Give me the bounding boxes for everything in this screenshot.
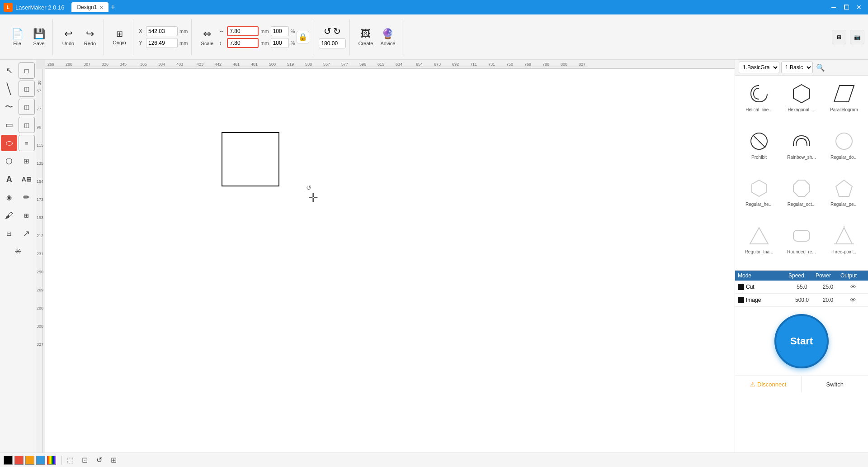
shape-item-regular-oct[interactable]: Regular_oct... [781, 174, 822, 219]
rect2-tool[interactable]: ◫ [19, 117, 35, 133]
polygon-tool[interactable]: ⬡ [1, 153, 17, 169]
canvas[interactable]: ✛ ↺ [45, 69, 735, 453]
copy-line-tool[interactable]: ◫ [19, 81, 35, 97]
paint-tool[interactable]: 🖌 [1, 207, 17, 224]
color-black[interactable] [4, 456, 13, 465]
switch-button[interactable]: Switch [802, 376, 868, 392]
y-input[interactable] [146, 38, 178, 48]
undo-button[interactable]: ↩ Undo [58, 26, 78, 48]
disconnect-button[interactable]: ⚠ Disconnect [735, 376, 802, 392]
height-pct-input[interactable] [271, 38, 289, 48]
add-tab-button[interactable]: + [110, 3, 115, 11]
color-blue[interactable] [36, 456, 45, 465]
select-tool[interactable]: ↖ [1, 62, 17, 79]
minimize-button[interactable]: ─ [828, 2, 839, 13]
arrow-tool[interactable]: ↗ [19, 225, 35, 242]
save-button[interactable]: 💾 Save [29, 26, 49, 48]
output-col-header: Output [840, 272, 865, 279]
width-input[interactable] [227, 26, 259, 36]
tool-pair-burst: ✳ [1, 243, 35, 261]
ellipse2-tool[interactable]: ≡ [19, 135, 35, 151]
x-input[interactable] [146, 26, 178, 36]
canvas-area[interactable]: 269 288 307 326 345 365 384 403 423 442 … [36, 60, 735, 453]
save-icon: 💾 [33, 28, 45, 40]
regular-do-shape-label: Regular_do... [830, 155, 858, 160]
svg-text:481: 481 [251, 62, 258, 67]
shape-item-rounded-re[interactable]: Rounded_re... [781, 221, 822, 267]
svg-text:711: 711 [470, 62, 477, 67]
file-group: 📄 File 💾 Save [4, 19, 53, 55]
shape-item-regular-pe[interactable]: Regular_pe... [824, 174, 864, 219]
erase-tool[interactable]: ◉ [1, 189, 17, 205]
scale-button[interactable]: ⇔ Scale [197, 26, 217, 48]
image-visibility-button[interactable]: 👁 [840, 296, 865, 304]
redo-button[interactable]: ↪ Redo [80, 26, 100, 48]
undo-select-tool[interactable]: ↺ [93, 454, 105, 467]
shape-item-hexagonal[interactable]: Hexagonal_... [781, 79, 822, 125]
line-tool[interactable]: ╱ [0, 77, 21, 100]
mode-row-cut[interactable]: Cut 55.0 25.0 👁 [735, 281, 868, 294]
shapes-search-button[interactable]: 🔍 [815, 62, 826, 73]
color-orange[interactable] [25, 456, 34, 465]
node-tool[interactable]: ◻ [19, 62, 35, 79]
shape-item-regular-tria[interactable]: Regular_tria... [739, 221, 779, 267]
svg-text:308: 308 [37, 324, 43, 329]
svg-text:307: 307 [84, 62, 90, 67]
shape-item-three-point[interactable]: Three-point... [824, 221, 864, 267]
advice-button[interactable]: 🔮 Advice [377, 26, 398, 48]
view-mode-button[interactable]: ⊞ [832, 30, 846, 44]
text2-tool[interactable]: A⊞ [19, 171, 35, 187]
hexagonal-shape-icon [790, 82, 813, 105]
free-select-tool[interactable]: ⊡ [78, 454, 91, 467]
shape-item-helical[interactable]: Helical_line... [739, 79, 779, 125]
grid-tool[interactable]: ⊞ [19, 153, 35, 169]
tab-design1[interactable]: Design1 ✕ [71, 2, 108, 12]
shape-item-regular-do[interactable]: Regular_do... [824, 127, 864, 172]
redo-label: Redo [84, 41, 96, 46]
x-row: X mm [139, 26, 188, 36]
cut-visibility-button[interactable]: 👁 [840, 283, 865, 291]
height-input[interactable] [227, 38, 259, 48]
curve2-tool[interactable]: ◫ [19, 99, 35, 115]
maximize-button[interactable]: ⧠ [841, 2, 852, 13]
canvas-shape[interactable] [222, 132, 279, 186]
shape-item-parallelogram[interactable]: Parallelogram [824, 79, 864, 125]
camera-button[interactable]: 📷 [850, 30, 864, 44]
lock-button[interactable]: 🔒 [297, 31, 309, 43]
origin-button[interactable]: ⊞ Origin [109, 27, 129, 47]
width-pct-input[interactable] [271, 26, 289, 36]
move-cursor-icon[interactable]: ✛ [308, 191, 318, 205]
close-window-button[interactable]: ✕ [854, 2, 864, 13]
rotate-handle-icon[interactable]: ↺ [306, 184, 311, 191]
shape-item-regular-he[interactable]: Regular_he... [739, 174, 779, 219]
grid-view-tool[interactable]: ⊞ [107, 454, 120, 467]
file-button[interactable]: 📄 File [7, 26, 27, 48]
ellipse-tool[interactable]: ⬭ [1, 135, 17, 151]
svg-text:154: 154 [37, 179, 43, 184]
layers2-tool[interactable]: ⊞ [19, 207, 35, 224]
tool-pair-table: ⊟ ↗ [1, 224, 35, 243]
rotate-left-button[interactable]: ↺ [324, 26, 331, 37]
prohibit-shape-icon [747, 129, 771, 153]
shape-item-prohibit[interactable]: Prohibit [739, 127, 779, 172]
mode-row-image[interactable]: Image 500.0 20.0 👁 [735, 294, 868, 307]
shape-item-rainbow[interactable]: Rainbow_sh... [781, 127, 822, 172]
text-tool[interactable]: A [1, 171, 17, 187]
color-gradient[interactable] [47, 456, 56, 465]
burst-tool[interactable]: ✳ [10, 243, 26, 260]
rect-select-tool[interactable]: ⬚ [64, 454, 76, 467]
category1-selector[interactable]: 1.BasicGra [739, 62, 779, 73]
color-red[interactable] [14, 456, 24, 465]
rotate-right-button[interactable]: ↻ [333, 26, 341, 37]
create-button[interactable]: 🖼 Create [355, 26, 376, 48]
table-tool[interactable]: ⊟ [1, 225, 17, 242]
rotation-input[interactable] [319, 38, 346, 48]
pencil-tool[interactable]: ✏ [19, 189, 35, 205]
curve-tool[interactable]: 〜 [1, 99, 17, 115]
category2-selector[interactable]: 1.Basic [781, 62, 813, 73]
tab-close-button[interactable]: ✕ [99, 5, 103, 10]
rect-tool[interactable]: ▭ [1, 117, 17, 133]
cut-color-swatch [738, 284, 744, 290]
x-label: X [139, 28, 144, 34]
start-button[interactable]: Start [774, 314, 829, 368]
